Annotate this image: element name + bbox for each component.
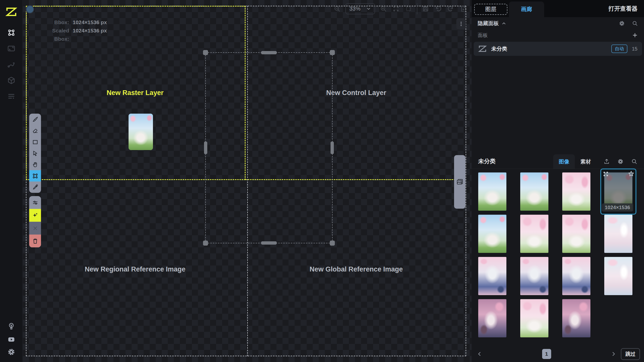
app-logo[interactable]: [6, 6, 17, 18]
sidebar-item-tips[interactable]: [6, 321, 16, 331]
gallery-pagination: 1 跳过: [472, 348, 644, 362]
chevron-down-icon: [366, 6, 371, 11]
origin-handle[interactable]: [26, 5, 34, 14]
selection-handle-right[interactable]: [331, 142, 334, 154]
save-button[interactable]: [421, 5, 430, 13]
next-page-button[interactable]: [610, 350, 617, 358]
zoom-level-select[interactable]: 33%: [345, 3, 375, 14]
skip-button[interactable]: 跳过: [621, 348, 640, 360]
panels-header-label: 面板: [478, 32, 488, 39]
canvas-more-button[interactable]: [456, 18, 466, 30]
prev-page-button[interactable]: [476, 350, 483, 358]
undo-button[interactable]: [434, 5, 442, 13]
selection-box[interactable]: [205, 52, 333, 243]
tab-images[interactable]: 图像: [553, 154, 575, 169]
gallery-thumbnail[interactable]: 1024×1536: [604, 172, 632, 211]
image-icon: [456, 178, 463, 186]
thumbnail-image: [604, 257, 632, 295]
gallery-thumbnail[interactable]: [562, 257, 590, 295]
fit-screen-button[interactable]: [392, 5, 400, 13]
gallery-thumbnail[interactable]: [478, 172, 506, 211]
gear-icon[interactable]: [619, 20, 625, 26]
gallery-thumbnail[interactable]: [478, 257, 506, 295]
page-number[interactable]: 1: [542, 349, 551, 359]
selection-handle-top-right[interactable]: [330, 50, 335, 55]
selection-handle-top-left[interactable]: [203, 50, 208, 55]
logo-icon: [6, 6, 17, 18]
gallery-thumbnail[interactable]: [562, 299, 590, 337]
selection-handle-top[interactable]: [261, 51, 277, 54]
trash-icon: [32, 238, 38, 244]
sidebar-item-connector[interactable]: [6, 59, 16, 69]
selection-handle-bottom[interactable]: [261, 241, 277, 245]
reference-image-drawer[interactable]: [454, 155, 465, 209]
select-frame-icon: [7, 28, 16, 37]
redo-button[interactable]: [447, 5, 455, 13]
selection-handle-bottom-right[interactable]: [330, 241, 335, 246]
sidebar-item-settings[interactable]: [6, 347, 16, 357]
open-viewer-button[interactable]: 打开查看器: [609, 0, 637, 17]
selection-handle-bottom-left[interactable]: [203, 241, 208, 246]
gallery-thumbnail[interactable]: [604, 215, 632, 253]
raster-layer-image[interactable]: [129, 114, 153, 150]
gallery-thumbnail[interactable]: [520, 299, 548, 337]
left-sidebar: [0, 0, 23, 362]
new-file-button[interactable]: [459, 5, 468, 13]
tab-materials[interactable]: 素材: [575, 154, 596, 169]
gallery-thumbnail[interactable]: [520, 257, 548, 295]
panel-spacer: [472, 56, 644, 154]
tab-gallery[interactable]: 画廊: [509, 2, 544, 17]
thumbnail-size-label: 1024×1536: [602, 203, 633, 212]
search-icon[interactable]: [631, 158, 637, 165]
expand-icon[interactable]: [603, 171, 609, 177]
gear-icon[interactable]: [617, 158, 624, 165]
chevron-right-icon: [611, 351, 616, 357]
sidebar-item-youtube[interactable]: [6, 334, 16, 344]
eyedropper-tool-button[interactable]: [29, 182, 41, 193]
eyedropper-icon: [32, 184, 38, 191]
panel-item-count: 15: [632, 46, 637, 52]
add-panel-button[interactable]: [632, 32, 638, 38]
thumbnail-image: [604, 215, 632, 253]
chevron-left-icon: [477, 351, 482, 357]
delete-button[interactable]: [29, 235, 41, 247]
gallery-thumbnail[interactable]: [478, 299, 506, 337]
tool-group-actions: [29, 196, 41, 247]
sidebar-item-cube[interactable]: [6, 75, 16, 85]
adjust-tool-button[interactable]: [29, 196, 41, 209]
gallery-thumbnail[interactable]: [604, 257, 632, 295]
tab-layers[interactable]: 图层: [474, 4, 507, 15]
search-icon[interactable]: [632, 20, 638, 26]
sidebar-item-fit-view[interactable]: [6, 43, 16, 54]
rectangle-tool-button[interactable]: [29, 136, 41, 148]
zoom-out-button[interactable]: [333, 5, 341, 13]
canvas-area[interactable]: Bbox: 1024×1536 px Scaled Bbox: 1024×153…: [23, 0, 472, 362]
cursor-tool-button[interactable]: [29, 148, 41, 159]
brush-tool-button[interactable]: [29, 114, 41, 125]
selection-handle-left[interactable]: [204, 142, 207, 154]
sidebar-item-queue[interactable]: [6, 91, 16, 101]
gallery-thumbnail[interactable]: [520, 215, 548, 253]
thumbnail-image: [478, 257, 506, 295]
fit-frame-button[interactable]: [404, 5, 413, 13]
eraser-tool-button[interactable]: [29, 125, 41, 136]
upload-icon[interactable]: [603, 158, 610, 165]
lightbulb-icon: [7, 322, 15, 330]
hide-panel-toggle[interactable]: 隐藏面板: [478, 20, 506, 27]
hand-tool-button[interactable]: [29, 159, 41, 170]
gallery-thumbnail[interactable]: [478, 215, 506, 253]
thumbnail-image: [520, 172, 548, 211]
zoom-out-icon: [334, 5, 341, 12]
zoom-in-button[interactable]: [379, 5, 388, 13]
transform-tool-button[interactable]: [29, 170, 41, 182]
bbox-value: 1024×1536 px: [73, 18, 107, 26]
gallery-title: 未分类: [478, 157, 496, 169]
sidebar-item-select-frame[interactable]: [6, 28, 16, 38]
gallery-thumbnail[interactable]: [562, 215, 590, 253]
enhance-button[interactable]: [29, 209, 41, 222]
gallery-thumbnail[interactable]: [562, 172, 590, 211]
star-icon[interactable]: [628, 170, 634, 177]
canvas-toolbar: 33%: [333, 3, 480, 15]
panel-item-uncategorized[interactable]: 未分类 自动 15: [474, 42, 642, 56]
gallery-thumbnail[interactable]: [520, 172, 548, 211]
